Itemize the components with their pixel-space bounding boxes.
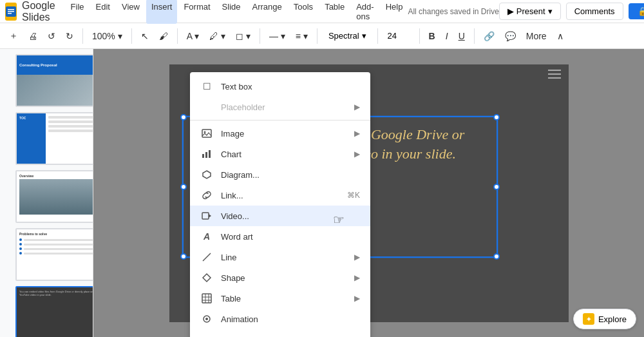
- separator-3: [177, 28, 178, 44]
- font-size-selector[interactable]: 24: [383, 28, 414, 43]
- svg-rect-10: [202, 213, 209, 219]
- slide-2-toc-label: TOC: [17, 113, 46, 122]
- undo-button[interactable]: ↺: [44, 28, 59, 44]
- save-status: All changes saved in Drive: [408, 7, 498, 16]
- svg-marker-11: [209, 214, 211, 218]
- menu-addons[interactable]: Add-ons: [351, 0, 379, 24]
- present-button[interactable]: ▶ Present ▾: [499, 3, 561, 20]
- app-icon: [5, 3, 17, 21]
- text-color[interactable]: A ▾: [183, 28, 203, 44]
- menu-item-animation[interactable]: Animation: [190, 309, 370, 329]
- menu-bar: File Edit View Insert Format Slide Arran…: [66, 0, 408, 24]
- highlight-color[interactable]: 🖊 ▾: [205, 28, 229, 44]
- slide-4-thumb[interactable]: Problems to solve: [15, 228, 93, 281]
- menu-help[interactable]: Help: [381, 0, 408, 24]
- handle-bottom-right[interactable]: [493, 253, 500, 260]
- slide-1-thumb[interactable]: Consulting Proposal: [15, 54, 93, 107]
- video-icon: [200, 209, 213, 222]
- placeholder-icon: [200, 101, 213, 113]
- link-shortcut: ⌘K: [347, 191, 360, 200]
- menu-item-shape[interactable]: Shape ▶: [190, 267, 370, 288]
- explore-label: Explore: [598, 314, 627, 324]
- bg-color[interactable]: ◻ ▾: [232, 28, 254, 44]
- placeholder-label: Placeholder: [221, 102, 354, 112]
- border-dash[interactable]: — ▾: [265, 28, 289, 44]
- menu-format[interactable]: Format: [178, 0, 215, 24]
- menu-item-word-art[interactable]: A Word art: [190, 226, 370, 247]
- link-button[interactable]: 🔗: [480, 28, 498, 44]
- menu-item-diagram[interactable]: Diagram...: [190, 164, 370, 185]
- menu-item-text-box[interactable]: ☐ Text box: [190, 76, 370, 97]
- slide-2-wrapper: 2 TOC: [3, 112, 90, 165]
- menu-file[interactable]: File: [66, 0, 90, 24]
- svg-marker-9: [203, 171, 211, 178]
- slide-3-wrapper: 3 Overview: [3, 170, 90, 223]
- svg-line-12: [203, 253, 211, 261]
- menu-arrange[interactable]: Arrange: [247, 0, 287, 24]
- menu-item-slide-numbers[interactable]: Slide numbers...: [190, 329, 370, 337]
- zoom-selector[interactable]: 100% ▾: [88, 28, 126, 44]
- more-button[interactable]: More: [522, 28, 551, 44]
- handle-top-left[interactable]: [180, 114, 187, 120]
- paint-format[interactable]: 🖌: [155, 28, 172, 44]
- svg-rect-3: [8, 13, 12, 14]
- slide-5-thumb[interactable]: You can embed video files from Google Dr…: [15, 286, 93, 337]
- svg-rect-7: [205, 152, 207, 158]
- menu-divider-1: [190, 120, 370, 120]
- share-button[interactable]: 🔒 Share: [629, 3, 645, 19]
- handle-bottom-left[interactable]: [180, 253, 187, 260]
- app-title: Google Slides: [22, 0, 55, 23]
- separator-7: [419, 28, 420, 44]
- menu-item-video[interactable]: Video... ☞: [190, 206, 370, 226]
- svg-marker-13: [203, 274, 211, 282]
- handle-top-right[interactable]: [493, 114, 500, 120]
- present-icon: ▶: [507, 6, 514, 16]
- menu-item-image[interactable]: Image ▶: [190, 123, 370, 144]
- menu-edit[interactable]: Edit: [91, 0, 115, 24]
- explore-button[interactable]: ✦ Explore: [573, 309, 636, 329]
- handle-mid-left[interactable]: [180, 184, 187, 190]
- collapse-button[interactable]: ∧: [553, 28, 567, 44]
- comments-button[interactable]: Comments: [566, 3, 623, 20]
- table-icon: [200, 292, 213, 305]
- plus-button[interactable]: ＋: [5, 28, 22, 44]
- menu-item-chart[interactable]: Chart ▶: [190, 144, 370, 164]
- font-selector[interactable]: Spectral ▾: [323, 28, 372, 43]
- menu-item-link[interactable]: Link... ⌘K: [190, 185, 370, 206]
- cursor-tool[interactable]: ↖: [137, 28, 153, 44]
- border-weight[interactable]: ≡ ▾: [292, 28, 312, 44]
- bold-button[interactable]: B: [425, 28, 439, 44]
- image-icon: [200, 127, 213, 140]
- slide-2-right: [46, 113, 93, 164]
- slide-5-wrapper: 5 You can embed video files from Google …: [3, 286, 90, 337]
- menu-item-table[interactable]: Table ▶: [190, 288, 370, 309]
- menu-item-line[interactable]: Line ▶: [190, 247, 370, 267]
- redo-button[interactable]: ↻: [62, 28, 77, 44]
- menu-table[interactable]: Table: [319, 0, 350, 24]
- toc-line-3: [48, 125, 93, 128]
- slide-3-image: [19, 179, 93, 215]
- corner-line-3: [548, 77, 561, 79]
- shape-label: Shape: [221, 273, 354, 283]
- word-art-icon: A: [200, 230, 213, 243]
- slide-4-content: [19, 238, 93, 255]
- text-box-label: Text box: [221, 82, 360, 91]
- print-button[interactable]: 🖨: [24, 28, 41, 44]
- corner-line-2: [548, 73, 561, 75]
- table-arrow: ▶: [354, 294, 360, 303]
- slide-2-thumb[interactable]: TOC: [15, 112, 93, 165]
- comment-inline[interactable]: 💬: [501, 28, 520, 44]
- menu-view[interactable]: View: [117, 0, 145, 24]
- menu-item-placeholder: Placeholder ▶: [190, 97, 370, 117]
- separator-8: [474, 28, 475, 44]
- italic-button[interactable]: I: [442, 28, 452, 44]
- handle-mid-right[interactable]: [493, 184, 500, 190]
- menu-tools[interactable]: Tools: [289, 0, 318, 24]
- menu-insert[interactable]: Insert: [146, 0, 178, 24]
- underline-button[interactable]: U: [455, 28, 469, 44]
- cursor-pointer: ☞: [333, 212, 345, 227]
- shape-icon: [200, 271, 213, 284]
- slide-numbers-icon: [200, 333, 213, 337]
- slide-3-thumb[interactable]: Overview: [15, 170, 93, 223]
- menu-slide[interactable]: Slide: [217, 0, 246, 24]
